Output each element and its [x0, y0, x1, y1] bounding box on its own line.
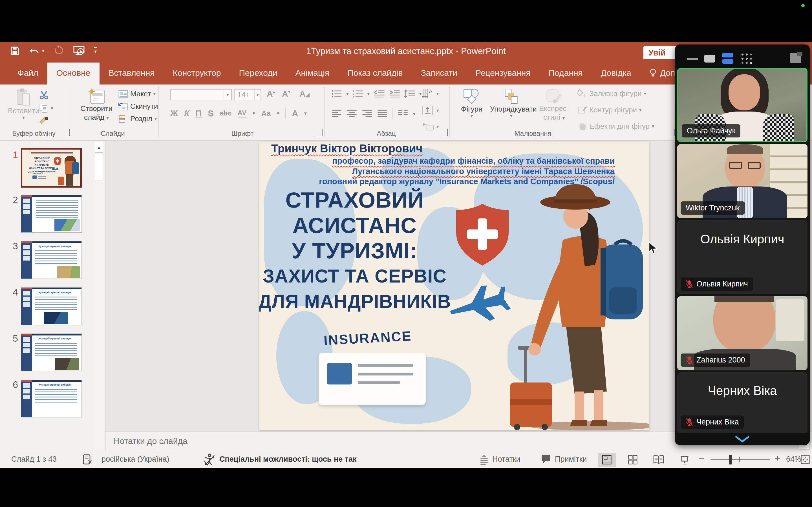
slide-thumbnail-6[interactable]: Кумедні страхові випадки [21, 380, 82, 417]
cut-icon[interactable] [39, 90, 49, 100]
slide-thumbnail-5[interactable]: Кумедні страхові випадки [21, 334, 82, 371]
shape-effects-button[interactable]: Ефекти для фігур▾ [577, 122, 654, 131]
align-left-button[interactable] [332, 110, 342, 118]
convert-smartart-button[interactable]: ▾ [422, 122, 439, 131]
zoom-level[interactable]: 64% [786, 455, 801, 464]
comments-toggle[interactable]: Примітки [555, 455, 587, 464]
shape-fill-button[interactable]: Заливка фігури▾ [577, 89, 646, 98]
reading-view-button[interactable] [650, 453, 668, 467]
character-spacing-button[interactable]: AV [238, 109, 247, 117]
tab-home[interactable]: Основне [47, 62, 100, 84]
underline-button[interactable]: П [196, 108, 202, 118]
justify-button[interactable] [377, 110, 388, 118]
spellcheck-icon[interactable] [82, 454, 93, 465]
thumbnail-scrollbar-thumb[interactable] [95, 154, 103, 181]
fit-slide-to-window-button[interactable] [800, 453, 811, 467]
tab-insert[interactable]: Вставлення [100, 62, 164, 84]
new-slide-button[interactable]: Створитислайд ▾ [80, 87, 113, 122]
thumbnail-scrollbar[interactable]: ▲ [94, 142, 104, 450]
slide-author-text[interactable]: Тринчук Віктор Вікторович [271, 142, 423, 155]
bullets-button[interactable] [332, 90, 342, 98]
zoom-in-button[interactable]: + [775, 453, 780, 464]
decrease-indent-button[interactable] [373, 90, 385, 98]
tab-slideshow[interactable]: Показ слайдів [338, 62, 412, 84]
normal-view-button[interactable] [598, 453, 616, 467]
columns-button[interactable] [398, 110, 408, 118]
increase-font-size-button[interactable]: A▴ [267, 89, 275, 99]
numbering-button[interactable]: 123 [353, 90, 363, 98]
video-tile-chernykh[interactable]: Черних Віка Черних Віка [677, 372, 808, 433]
section-button[interactable]: Розділ▾ [118, 114, 157, 123]
decrease-font-size-button[interactable]: A▾ [282, 89, 290, 99]
notes-toggle[interactable]: Нотатки [492, 455, 520, 464]
tab-transitions[interactable]: Переходи [230, 62, 287, 84]
shape-outline-button[interactable]: Контур фігури▾ [577, 105, 642, 114]
paragraph-dialog-launcher[interactable] [441, 129, 448, 136]
tab-help[interactable]: Довідка [592, 62, 640, 84]
video-tile-olga[interactable]: Ольга Файчук [677, 68, 808, 142]
font-name-combobox[interactable]: ▾ [170, 89, 232, 100]
quick-styles-button[interactable]: Експрес-стилі ▾ [536, 89, 572, 122]
align-right-button[interactable] [362, 110, 372, 118]
reset-slide-button[interactable]: Скинути [118, 102, 158, 111]
speaker-view-icon[interactable] [704, 55, 715, 62]
tab-view[interactable]: Подання [540, 62, 592, 84]
video-tile-wiktor[interactable]: Wiktor Trynczuk [677, 144, 808, 218]
italic-button[interactable]: К [184, 108, 189, 118]
accessibility-status[interactable]: Спеціальні можливості: щось не так [219, 455, 357, 464]
collapse-chevron-icon[interactable] [735, 436, 750, 443]
scroll-up-icon[interactable]: ▲ [95, 142, 103, 153]
tab-design[interactable]: Конструктор [163, 62, 230, 84]
minimize-icon[interactable] [687, 58, 698, 60]
zoom-slider-track[interactable] [711, 459, 770, 460]
slide-title-text[interactable]: СТРАХОВИЙ АСИСТАНС У ТУРИЗМІ: ЗАХИСТ ТА … [259, 187, 467, 314]
zoom-slider-handle[interactable] [729, 455, 732, 464]
clear-formatting-button[interactable]: A◢ [299, 89, 310, 99]
increase-indent-button[interactable] [389, 90, 400, 98]
slide-thumbnail-3[interactable]: Кумедні страхові випадки [21, 241, 82, 279]
slide-counter[interactable]: Слайд 1 з 43 [11, 455, 57, 464]
language-status[interactable]: російська (Україна) [101, 455, 169, 464]
bold-button[interactable]: Ж [170, 108, 178, 118]
slide-thumbnail-2[interactable] [21, 195, 82, 233]
paste-button[interactable]: Вставити▾ [8, 88, 39, 120]
text-shadow-button[interactable]: S [208, 108, 213, 118]
arrange-button[interactable]: Упорядкувати▾ [490, 89, 532, 118]
font-size-combobox[interactable]: 14+▾ [234, 89, 261, 100]
text-direction-button[interactable]: A▾ [422, 88, 439, 99]
zoom-out-button[interactable]: − [699, 453, 704, 464]
svg-text:2: 2 [353, 93, 354, 95]
format-painter-icon[interactable] [39, 116, 49, 126]
font-dialog-launcher[interactable] [315, 129, 322, 136]
clipboard-dialog-launcher[interactable] [63, 129, 70, 136]
tab-review[interactable]: Рецензування [466, 62, 540, 84]
tab-animations[interactable]: Анімація [286, 62, 338, 84]
change-case-button[interactable]: Aa [261, 109, 271, 118]
mic-muted-icon [686, 280, 693, 288]
video-tile-olviia[interactable]: Ольвія Кирпич Ольвія Кирпич [677, 220, 808, 294]
video-tile-zaharius[interactable]: Zaharius 2000 [677, 296, 808, 370]
participant-glasses [748, 162, 761, 169]
grid-view-icon[interactable] [741, 52, 753, 65]
comments-toggle-icon[interactable] [541, 454, 551, 464]
line-spacing-button[interactable] [404, 90, 415, 98]
shapes-button[interactable]: Фігури▾ [456, 89, 487, 118]
align-center-button[interactable] [347, 110, 357, 118]
slide-thumbnail-1[interactable]: СТРАХОВИЙАСИСТАНСУ ТУРИЗМІ:ЗАХИСТ ТА СЕР… [21, 148, 82, 187]
copy-icon[interactable]: ▾ [39, 103, 53, 113]
slide-canvas[interactable]: Тринчук Віктор Вікторович професор, заві… [259, 142, 649, 431]
tab-file[interactable]: Файл [8, 62, 47, 84]
slide-sorter-view-button[interactable] [624, 453, 642, 467]
align-text-button[interactable]: ▾ [422, 105, 439, 116]
status-bar: Слайд 1 з 43 російська (Україна) Спеціал… [0, 451, 812, 468]
notes-toggle-icon[interactable] [479, 454, 489, 465]
layout-button[interactable]: Макет▾ [118, 90, 156, 98]
accessibility-icon[interactable] [204, 453, 215, 466]
drawing-dialog-launcher[interactable] [668, 129, 675, 136]
meeting-panel-header [675, 45, 810, 68]
slideshow-view-button[interactable] [675, 453, 694, 467]
font-color-button[interactable]: А [292, 108, 298, 118]
strikethrough-button[interactable]: abc [220, 109, 231, 117]
slide-thumbnail-4[interactable]: Кумедні страхові випадки [21, 287, 82, 325]
tab-record[interactable]: Записати [412, 62, 466, 84]
